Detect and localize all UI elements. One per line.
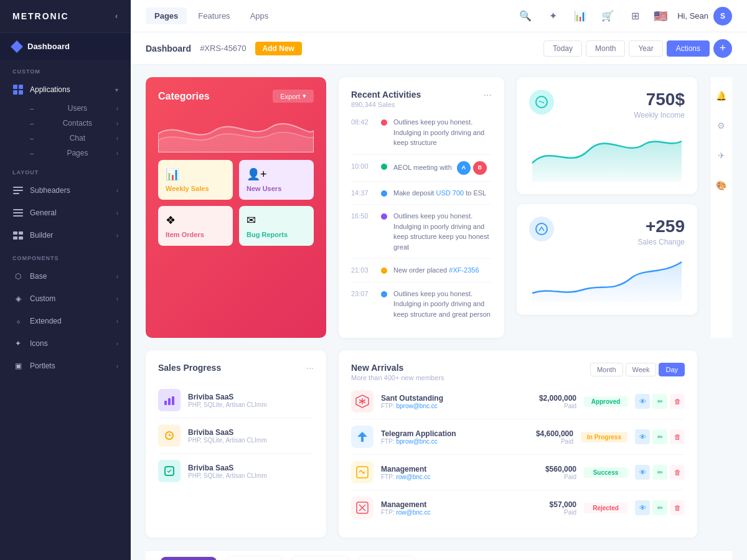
activity-item: 08:42 Outlines keep you honest. Indulgin… xyxy=(351,111,492,155)
na-item-price: $560,000 xyxy=(520,465,576,474)
na-item-name: Sant Outstanding xyxy=(381,394,513,403)
sidebar-item-pages[interactable]: Pages › xyxy=(0,146,131,161)
icons-arrow-icon: › xyxy=(116,340,118,347)
na-delete-button[interactable]: 🗑 xyxy=(670,465,685,480)
categories-header: Categories Export ▾ xyxy=(158,90,314,103)
activity-text: Outlines keep you honest. Indulging in p… xyxy=(393,289,492,320)
rs-palette-icon[interactable]: 🎨 xyxy=(713,177,730,194)
topnav-right: 🔍 ✦ 📊 🛒 ⊞ 🇺🇸 Hi, Sean S xyxy=(517,7,732,26)
breadcrumb-bar: Dashboard #XRS-45670 Add New Today Month… xyxy=(131,32,747,65)
activity-dot-icon xyxy=(381,268,387,274)
sidebar-item-base[interactable]: ⬡ Base › xyxy=(0,265,131,287)
na-edit-button[interactable]: ✏ xyxy=(652,500,667,515)
add-widget-button[interactable]: + xyxy=(713,39,732,58)
sidebar-item-chat[interactable]: Chat › xyxy=(0,131,131,146)
category-new-users[interactable]: 👤+ New Users xyxy=(239,160,314,200)
svg-rect-2 xyxy=(13,90,17,95)
na-view-button[interactable]: 👁 xyxy=(635,429,650,444)
rs-bell-icon[interactable]: 🔔 xyxy=(713,87,730,105)
sidebar-item-custom[interactable]: ◈ Custom › xyxy=(0,287,131,310)
sidebar-item-portlets[interactable]: ▣ Portlets › xyxy=(0,355,131,377)
sidebar-item-general[interactable]: General › xyxy=(0,202,131,224)
year-button[interactable]: Year xyxy=(629,40,662,57)
sales-progress-menu-icon[interactable]: ··· xyxy=(306,363,314,373)
na-tab-day[interactable]: Day xyxy=(659,363,685,376)
sidebar-logo: METRONIC ‹ xyxy=(0,0,131,33)
na-tab-week[interactable]: Week xyxy=(626,363,657,376)
na-item-info: Management FTP: row@bnc.cc xyxy=(381,500,513,516)
rs-gear-icon[interactable]: ⚙ xyxy=(713,117,730,134)
custom2-arrow-icon: › xyxy=(116,296,118,302)
sp-list-item: Briviba SaaS PHP, SQLite, Artisan CLImm xyxy=(158,383,314,418)
flag-icon[interactable]: 🇺🇸 xyxy=(654,9,667,23)
na-edit-button[interactable]: ✏ xyxy=(652,394,667,409)
logo-text: METRONIC xyxy=(12,11,69,21)
na-logo-4 xyxy=(351,497,374,519)
chart-icon[interactable]: 📊 xyxy=(571,7,589,25)
topnav-features-link[interactable]: Features xyxy=(189,7,238,24)
income-chart xyxy=(529,126,685,182)
category-item-orders[interactable]: ❖ Item Orders xyxy=(158,206,233,246)
na-item-name: Telegram Application xyxy=(381,429,510,438)
rs-mail-icon[interactable]: ✈ xyxy=(713,147,730,164)
category-weekly-sales[interactable]: 📊 Weekly Sales xyxy=(158,160,233,200)
na-item-actions: 👁 ✏ 🗑 xyxy=(635,429,685,444)
income-value: 750$ xyxy=(634,90,685,110)
activity-dot-icon xyxy=(381,213,387,220)
sp-item-sub: PHP, SQLite, Artisan CLImm xyxy=(188,437,314,444)
income-label: Weekly Income xyxy=(634,111,685,119)
na-delete-button[interactable]: 🗑 xyxy=(670,500,685,515)
sidebar-item-users[interactable]: Users › xyxy=(0,101,131,116)
bootstrap-logo[interactable] xyxy=(161,557,217,560)
na-view-button[interactable]: 👁 xyxy=(635,394,650,409)
network-icon[interactable]: ✦ xyxy=(544,7,561,25)
topnav-pages-link[interactable]: Pages xyxy=(146,7,187,24)
actions-button[interactable]: Actions xyxy=(667,40,710,57)
angular-logo[interactable] xyxy=(359,557,415,560)
na-edit-button[interactable]: ✏ xyxy=(652,465,667,480)
sidebar-item-icons[interactable]: ✦ Icons › xyxy=(0,332,131,355)
na-delete-button[interactable]: 🗑 xyxy=(670,429,685,444)
grid-icon[interactable]: ⊞ xyxy=(626,7,644,25)
subheaders-icon xyxy=(12,185,24,196)
na-item-ftp: FTP: row@bnc.cc xyxy=(381,509,513,516)
export-button[interactable]: Export ▾ xyxy=(273,90,314,103)
activity-text: New order placed #XF-2356 xyxy=(393,265,492,276)
categories-grid: 📊 Weekly Sales 👤+ New Users ❖ Item Order… xyxy=(158,160,314,246)
activity-text: Outlines keep you honest. Indulging in p… xyxy=(393,211,492,252)
cart-icon[interactable]: 🛒 xyxy=(599,7,616,25)
vue-logo[interactable] xyxy=(227,557,283,560)
react-logo[interactable] xyxy=(293,557,349,560)
month-button[interactable]: Month xyxy=(586,40,625,57)
user-avatar: S xyxy=(713,7,732,26)
today-button[interactable]: Today xyxy=(543,40,582,57)
activity-time: 23:07 xyxy=(351,289,375,297)
add-new-button[interactable]: Add New xyxy=(255,42,302,55)
na-view-button[interactable]: 👁 xyxy=(635,500,650,515)
sidebar-item-contacts[interactable]: Contacts › xyxy=(0,116,131,131)
item-orders-icon: ❖ xyxy=(166,213,225,227)
category-bug-reports[interactable]: ✉ Bug Reports xyxy=(239,206,314,246)
sidebar-item-applications[interactable]: Applications ▾ xyxy=(0,78,131,101)
bug-reports-icon: ✉ xyxy=(247,213,306,227)
user-menu[interactable]: Hi, Sean S xyxy=(677,7,732,26)
activities-menu-icon[interactable]: ··· xyxy=(484,90,492,101)
sales-change-value: +259 xyxy=(638,217,685,236)
topnav-apps-link[interactable]: Apps xyxy=(242,7,278,24)
na-edit-button[interactable]: ✏ xyxy=(652,429,667,444)
na-list-row: Management FTP: row@bnc.cc $560,000 Paid… xyxy=(351,455,685,490)
sidebar-item-subheaders[interactable]: Subheaders › xyxy=(0,179,131,202)
sidebar-item-dashboard[interactable]: Dashboard xyxy=(0,33,131,60)
svg-rect-11 xyxy=(19,231,23,235)
na-delete-button[interactable]: 🗑 xyxy=(670,394,685,409)
search-icon[interactable]: 🔍 xyxy=(517,7,534,25)
na-item-actions: 👁 ✏ 🗑 xyxy=(635,500,685,515)
sales-change-label: Sales Change xyxy=(638,238,685,246)
sidebar-toggle-icon[interactable]: ‹ xyxy=(115,12,118,21)
sidebar-item-extended[interactable]: ⬦ Extended › xyxy=(0,310,131,332)
weekly-sales-label: Weekly Sales xyxy=(166,185,225,192)
svg-rect-5 xyxy=(13,190,23,191)
sidebar-item-builder[interactable]: Builder › xyxy=(0,224,131,246)
na-view-button[interactable]: 👁 xyxy=(635,465,650,480)
na-tab-month[interactable]: Month xyxy=(590,363,623,376)
